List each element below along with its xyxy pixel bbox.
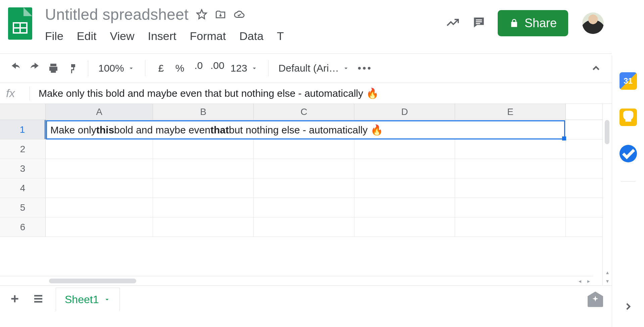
menu-bar: File Edit View Insert Format Data T — [45, 25, 439, 43]
cell-c3[interactable] — [254, 159, 354, 178]
row-header-6[interactable]: 6 — [0, 217, 46, 237]
decrease-decimal-button[interactable]: .0 — [191, 60, 206, 76]
column-header-e[interactable]: E — [455, 104, 566, 120]
star-icon[interactable] — [196, 9, 207, 20]
menu-data[interactable]: Data — [239, 30, 263, 43]
share-button-label: Share — [525, 16, 557, 30]
cell-e2[interactable] — [455, 139, 566, 159]
cell-d5[interactable] — [354, 198, 455, 217]
cell-e6[interactable] — [455, 217, 566, 237]
row-header-4[interactable]: 4 — [0, 178, 46, 198]
cell-d6[interactable] — [354, 217, 455, 237]
move-icon[interactable] — [215, 9, 226, 20]
activity-icon[interactable] — [445, 15, 460, 31]
sheet-tab-bar: Sheet1 — [0, 285, 612, 313]
cloud-status-icon[interactable] — [234, 9, 245, 20]
menu-insert[interactable]: Insert — [148, 30, 176, 43]
cell-e4[interactable] — [455, 178, 566, 198]
svg-marker-0 — [197, 10, 206, 19]
redo-button[interactable] — [27, 60, 42, 76]
column-header-b[interactable]: B — [153, 104, 254, 120]
collapse-toolbar-button[interactable] — [588, 60, 604, 76]
cell-a4[interactable] — [46, 178, 153, 198]
cell-a6[interactable] — [46, 217, 153, 237]
paint-format-button[interactable] — [64, 60, 80, 76]
account-avatar[interactable] — [582, 12, 604, 34]
svg-rect-1 — [476, 19, 482, 21]
fx-label: fx — [6, 87, 30, 100]
zoom-value: 100% — [98, 63, 124, 74]
increase-decimal-button[interactable]: .00 — [210, 60, 225, 76]
menu-format[interactable]: Format — [190, 30, 226, 43]
sheets-logo[interactable] — [8, 7, 32, 40]
print-button[interactable] — [46, 60, 61, 76]
doc-title[interactable]: Untitled spreadsheet — [45, 5, 189, 24]
cell-d4[interactable] — [354, 178, 455, 198]
formula-content[interactable]: Make only this bold and maybe even that … — [39, 87, 379, 99]
currency-button[interactable]: £ — [153, 60, 169, 76]
select-all-corner[interactable] — [0, 104, 46, 120]
scroll-right-icon[interactable]: ▸ — [584, 276, 593, 285]
scroll-down-icon[interactable]: ▾ — [603, 277, 612, 285]
explore-button[interactable] — [588, 292, 603, 307]
column-header-a[interactable]: A — [46, 104, 153, 120]
font-label: Default (Ari… — [279, 63, 339, 74]
tasks-addon-icon[interactable] — [620, 145, 637, 162]
vertical-scrollbar[interactable]: ▴ ▾ — [602, 104, 612, 285]
undo-button[interactable] — [8, 60, 23, 76]
font-dropdown[interactable]: Default (Ari… — [277, 63, 352, 74]
menu-edit[interactable]: Edit — [77, 30, 97, 43]
selection-handle[interactable] — [562, 136, 566, 140]
hide-side-panel-button[interactable] — [623, 301, 634, 314]
cell-c6[interactable] — [254, 217, 354, 237]
cell-b2[interactable] — [153, 139, 254, 159]
scroll-left-icon[interactable]: ◂ — [576, 276, 584, 285]
menu-view[interactable]: View — [110, 30, 134, 43]
cell-e5[interactable] — [455, 198, 566, 217]
add-sheet-button[interactable] — [9, 293, 21, 306]
row-header-3[interactable]: 3 — [0, 159, 46, 178]
cell-a3[interactable] — [46, 159, 153, 178]
scroll-up-icon[interactable]: ▴ — [603, 268, 612, 277]
calendar-addon-icon[interactable]: 31 — [620, 72, 637, 90]
cell-a1-seg2: bold and maybe even — [114, 124, 210, 136]
row-header-2[interactable]: 2 — [0, 139, 46, 159]
cell-b6[interactable] — [153, 217, 254, 237]
zoom-dropdown[interactable]: 100% — [96, 63, 137, 74]
horizontal-scrollbar[interactable]: ◂ ▸ — [0, 276, 593, 285]
cell-a1-seg3: but nothing else - automatically 🔥 — [229, 124, 383, 136]
cell-d2[interactable] — [354, 139, 455, 159]
increase-decimal-label: .00 — [210, 60, 225, 71]
formula-bar[interactable]: fx Make only this bold and maybe even th… — [0, 83, 612, 104]
vertical-scroll-thumb[interactable] — [605, 120, 609, 144]
sheet-tab-sheet1[interactable]: Sheet1 — [56, 288, 120, 311]
cell-c2[interactable] — [254, 139, 354, 159]
active-cell-a1[interactable]: Make only this bold and maybe even that … — [46, 120, 565, 139]
number-format-dropdown[interactable]: 123 — [229, 63, 260, 74]
share-button[interactable]: Share — [498, 10, 568, 36]
side-panel: 31 — [612, 55, 644, 327]
percent-button[interactable]: % — [172, 60, 188, 76]
cell-a2[interactable] — [46, 139, 153, 159]
cell-b3[interactable] — [153, 159, 254, 178]
cell-c5[interactable] — [254, 198, 354, 217]
cell-c4[interactable] — [254, 178, 354, 198]
row-header-5[interactable]: 5 — [0, 198, 46, 217]
cell-a5[interactable] — [46, 198, 153, 217]
comments-icon[interactable] — [472, 15, 486, 31]
cell-b5[interactable] — [153, 198, 254, 217]
cell-e3[interactable] — [455, 159, 566, 178]
menu-file[interactable]: File — [45, 30, 63, 43]
menu-tools-truncated[interactable]: T — [277, 30, 284, 43]
svg-rect-3 — [476, 23, 480, 24]
toolbar-more-button[interactable]: ••• — [355, 63, 375, 74]
cell-b4[interactable] — [153, 178, 254, 198]
cell-d3[interactable] — [354, 159, 455, 178]
all-sheets-button[interactable] — [32, 293, 44, 306]
column-header-d[interactable]: D — [354, 104, 455, 120]
column-header-c[interactable]: C — [254, 104, 354, 120]
horizontal-scroll-thumb[interactable] — [49, 279, 136, 283]
row-header-1[interactable]: 1 — [0, 120, 46, 139]
keep-addon-icon[interactable] — [620, 109, 637, 126]
sheet-tab-label: Sheet1 — [65, 293, 99, 306]
